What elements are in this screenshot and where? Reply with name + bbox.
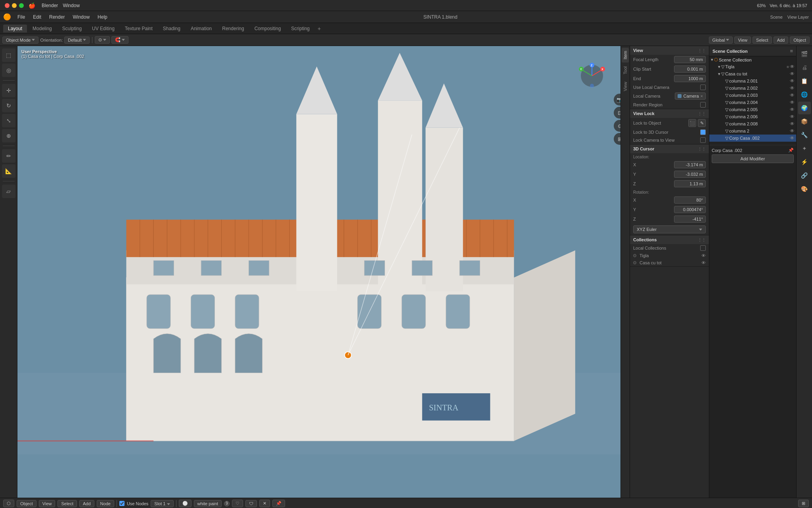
blender-menu[interactable]: Blender: [42, 3, 58, 8]
lock-camera-checkbox[interactable]: [700, 137, 706, 143]
render-region-checkbox[interactable]: [700, 102, 706, 108]
view-layer-props-button[interactable]: 📋: [798, 75, 811, 87]
col2-vis[interactable]: 👁: [790, 128, 795, 134]
window-menu[interactable]: Window: [63, 3, 80, 8]
lock-3d-cursor-checkbox[interactable]: [700, 129, 706, 135]
global-dropdown[interactable]: Global: [709, 37, 733, 44]
corp-vis[interactable]: 👁: [790, 135, 795, 141]
view-menu[interactable]: View: [734, 37, 751, 44]
output-props-button[interactable]: 🖨: [798, 61, 811, 74]
view-section-header[interactable]: View ⋮⋮: [630, 46, 709, 55]
zoom-controls[interactable]: ⊞: [798, 500, 809, 507]
tab-scripting[interactable]: Scripting: [286, 25, 314, 33]
col004-vis[interactable]: 👁: [790, 100, 795, 105]
outliner-casa-cu-tot[interactable]: ▾ ▽ Casa cu tot 👁: [709, 70, 796, 77]
tab-layout[interactable]: Layout: [3, 25, 27, 33]
material-props-button[interactable]: 🎨: [798, 183, 811, 195]
material-count-badge[interactable]: 9: [224, 501, 230, 506]
physics-props-button[interactable]: ⚡: [798, 156, 811, 168]
world-props-button[interactable]: 🌍: [798, 102, 811, 114]
shader-select-button[interactable]: Select: [57, 500, 77, 507]
help-menu[interactable]: Help: [94, 13, 111, 21]
material-name-btn[interactable]: white paint: [194, 500, 222, 507]
transform-tool[interactable]: ⊕: [2, 129, 15, 142]
clip-end-value[interactable]: 1000 m: [674, 75, 706, 82]
col001-vis[interactable]: 👁: [790, 78, 795, 84]
tigla-vis-icon[interactable]: 👁: [790, 64, 795, 69]
close-camera-icon[interactable]: ×: [701, 94, 703, 98]
outliner-tigla[interactable]: ▾ ▽ Tigla ≡ 👁: [709, 63, 796, 70]
cursor-tool[interactable]: ◎: [2, 64, 15, 77]
shader-view-button[interactable]: View: [39, 500, 56, 507]
tigla-visibility-icon[interactable]: 👁: [701, 253, 706, 258]
add-primitive-tool[interactable]: ▱: [2, 185, 15, 198]
viewport-3d[interactable]: SINTRA User Perspective (1) Casa cu tot …: [17, 46, 630, 498]
cursor-section-header[interactable]: 3D Cursor ⋮⋮: [630, 144, 709, 153]
lock-object-edit[interactable]: ✎: [698, 119, 706, 127]
object-props-button[interactable]: 📦: [798, 115, 811, 128]
rot-z-value[interactable]: -411°: [674, 216, 706, 223]
constraints-props-button[interactable]: 🔗: [798, 169, 811, 182]
render-menu[interactable]: Render: [46, 13, 68, 21]
col008-vis[interactable]: 👁: [790, 121, 795, 127]
rotate-tool[interactable]: ↻: [2, 99, 15, 112]
window-controls[interactable]: [5, 3, 24, 8]
object-mode-dropdown[interactable]: Object Mode: [2, 37, 38, 44]
apple-menu[interactable]: 🍎: [29, 2, 35, 9]
viewport-gizmo[interactable]: Z X Y: [578, 62, 606, 90]
outliner-filter-icon[interactable]: ≡: [790, 48, 793, 54]
render-props-button[interactable]: 🎬: [798, 48, 811, 60]
tab-compositing[interactable]: Compositing: [250, 25, 286, 33]
add-workspace-button[interactable]: +: [315, 25, 323, 32]
material-type-icon[interactable]: ⚪: [179, 500, 192, 507]
shader-editor-menu-button[interactable]: ⬡: [3, 500, 14, 507]
pin-material-btn[interactable]: 📌: [272, 500, 285, 507]
scale-tool[interactable]: ⤡: [2, 114, 15, 127]
collections-header[interactable]: Collections ⋮⋮: [630, 235, 709, 244]
tab-uv-editing[interactable]: UV Editing: [87, 25, 119, 33]
cursor-z-value[interactable]: 1.13 m: [674, 180, 706, 187]
file-menu[interactable]: File: [14, 13, 28, 21]
particles-props-button[interactable]: ✦: [798, 142, 811, 155]
minimize-button[interactable]: [12, 3, 17, 8]
maximize-button[interactable]: [19, 3, 24, 8]
outliner-columna-008[interactable]: ▽ columna 2.008 👁: [709, 120, 796, 127]
clip-start-value[interactable]: 0.001 m: [674, 65, 706, 73]
tool-tab[interactable]: Tool: [622, 63, 629, 77]
pivot-point-dropdown[interactable]: ⊙: [95, 36, 110, 44]
outliner-scene-root[interactable]: ▾ ⬡ Scene Collection: [709, 56, 796, 63]
col003-vis[interactable]: 👁: [790, 92, 795, 98]
snap-dropdown[interactable]: 🧲: [111, 36, 128, 44]
select-menu[interactable]: Select: [753, 37, 772, 44]
col005-vis[interactable]: 👁: [790, 107, 795, 112]
outliner-columna-002[interactable]: ▽ columna 2.002 👁: [709, 85, 796, 92]
use-local-camera-checkbox[interactable]: [700, 85, 706, 90]
item-tab[interactable]: Item: [622, 48, 629, 62]
slot-dropdown[interactable]: Slot 1: [151, 500, 173, 507]
use-nodes-checkbox[interactable]: [119, 501, 124, 506]
tab-shading[interactable]: Shading: [158, 25, 185, 33]
fake-user-btn[interactable]: 🛡: [245, 500, 257, 507]
view-tab[interactable]: View: [622, 79, 629, 94]
orientation-dropdown[interactable]: Default: [64, 37, 90, 44]
tab-modeling[interactable]: Modeling: [28, 25, 57, 33]
cursor-y-value[interactable]: -3.032 m: [674, 171, 706, 178]
tab-rendering[interactable]: Rendering: [217, 25, 249, 33]
window-menu-blender[interactable]: Window: [69, 13, 93, 21]
add-menu[interactable]: Add: [774, 37, 789, 44]
local-collections-checkbox[interactable]: [700, 245, 706, 251]
pin-icon[interactable]: 📌: [788, 148, 794, 153]
rot-x-value[interactable]: 80°: [674, 196, 706, 204]
view-lock-header[interactable]: View Lock ⋮⋮: [630, 109, 709, 118]
add-modifier-button[interactable]: Add Modifier: [712, 154, 794, 163]
local-camera-value[interactable]: Camera ×: [675, 92, 706, 100]
outliner-corp-casa[interactable]: ▽ Corp Casa .002 👁: [709, 135, 796, 142]
outliner-columna-005[interactable]: ▽ columna 2.005 👁: [709, 106, 796, 113]
col006-vis[interactable]: 👁: [790, 114, 795, 119]
col002-vis[interactable]: 👁: [790, 85, 795, 91]
tab-texture-paint[interactable]: Texture Paint: [120, 25, 157, 33]
close-material-btn[interactable]: ✕: [259, 500, 270, 507]
measure-tool[interactable]: 📐: [2, 164, 15, 178]
shader-add-button[interactable]: Add: [79, 500, 94, 507]
outliner-columna-003[interactable]: ▽ columna 2.003 👁: [709, 92, 796, 99]
